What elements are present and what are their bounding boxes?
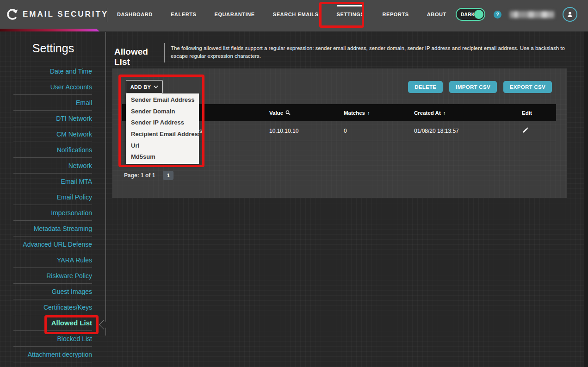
sidebar-item[interactable]: Network (13, 158, 92, 174)
person-icon (566, 11, 574, 18)
add-by-option[interactable]: Md5sum (126, 151, 199, 163)
user-avatar[interactable] (563, 7, 577, 22)
user-name-redacted (510, 11, 554, 18)
page-header-divider (164, 43, 165, 62)
sidebar-item[interactable]: Email (13, 95, 92, 111)
sidebar-item[interactable]: Notifications (13, 142, 92, 158)
sidebar-item[interactable]: Certificates/Keys (13, 299, 92, 315)
sidebar-list: Date and TimeUser AccountsEmailDTI Netwo… (0, 63, 106, 362)
sidebar-item[interactable]: YARA Rules (13, 252, 92, 268)
sidebar-item[interactable]: Guest Images (13, 284, 92, 299)
sidebar-item[interactable]: User Accounts (13, 79, 92, 95)
page-number-button[interactable]: 1 (163, 171, 173, 180)
delete-button[interactable]: DELETE (408, 81, 443, 93)
sidebar-item[interactable]: Email Policy (13, 189, 92, 205)
page-title: Allowed List (114, 43, 159, 67)
page-header: Allowed List The following allowed list … (114, 43, 568, 67)
brand-name: EMAIL SECURITY (23, 10, 108, 19)
window-right-edge (584, 31, 588, 367)
add-by-option[interactable]: Sender Email Address (126, 94, 199, 106)
add-by-option[interactable]: Url (126, 140, 199, 152)
column-header-created-at[interactable]: Created At ↑ (414, 110, 522, 116)
sidebar-item[interactable]: CM Network (13, 126, 92, 142)
brand: EMAIL SECURITY (6, 0, 108, 29)
add-by-option[interactable]: Sender Domain (126, 106, 199, 118)
sidebar-item[interactable]: Metadata Streaming (13, 221, 92, 236)
sidebar-item[interactable]: Allowed List (13, 315, 92, 331)
sidebar-item[interactable]: Blocked List (13, 331, 92, 347)
email-security-logo-icon (6, 8, 19, 20)
add-by-option[interactable]: Recipient Email Address (126, 129, 199, 140)
nav-item[interactable]: EALERTS (171, 12, 197, 17)
sort-asc-icon: ↑ (367, 110, 370, 116)
column-header-edit: Edit (522, 110, 556, 116)
nav-item[interactable]: SETTINGS (337, 12, 365, 17)
cell-value: 10.10.10.10 (269, 128, 344, 134)
sort-asc-icon: ↑ (443, 110, 446, 116)
nav-item[interactable]: SEARCH EMAILS (273, 12, 319, 17)
sidebar-item[interactable]: Attachment decryption (13, 347, 92, 362)
pagination: Page: 1 of 1 1 (124, 171, 173, 180)
sidebar-item[interactable]: Email MTA (13, 174, 92, 189)
page-description: The following allowed list fields suppor… (171, 43, 568, 60)
edit-row-button[interactable] (522, 127, 528, 135)
search-icon (285, 110, 291, 115)
cell-created-at: 01/08/20 18:13:57 (414, 128, 522, 134)
nav-divider (107, 8, 107, 22)
add-by-option[interactable]: Sender IP Address (126, 117, 199, 129)
sidebar-item[interactable]: Date and Time (13, 63, 92, 79)
dark-mode-toggle[interactable]: DARK (456, 8, 485, 21)
sidebar-item[interactable]: DTI Network (13, 111, 92, 126)
sidebar-item[interactable]: Advanced URL Defense (13, 236, 92, 252)
export-csv-button[interactable]: EXPORT CSV (503, 81, 552, 93)
brand-gradient-bar (0, 29, 99, 31)
sidebar-item[interactable]: Impersonation (13, 205, 92, 221)
nav-right: DARK ? (456, 0, 577, 29)
dark-toggle-label: DARK (461, 12, 475, 17)
nav-menu: DASHBOARDEALERTSEQUARANTINESEARCH EMAILS… (117, 0, 446, 29)
toggle-knob (474, 10, 483, 19)
pencil-icon (522, 127, 528, 134)
import-csv-button[interactable]: IMPORT CSV (449, 81, 497, 93)
nav-item[interactable]: REPORTS (382, 12, 409, 17)
cell-matches: 0 (344, 128, 414, 134)
page-count-label: Page: 1 of 1 (124, 172, 155, 179)
nav-item[interactable]: EQUARANTINE (214, 12, 254, 17)
column-header-value[interactable]: Value (269, 110, 344, 116)
nav-item[interactable]: DASHBOARD (117, 12, 153, 17)
panel-actions: DELETE IMPORT CSV EXPORT CSV (408, 81, 552, 93)
settings-sidebar: Settings Date and TimeUser AccountsEmail… (0, 31, 106, 367)
sidebar-title: Settings (0, 42, 106, 55)
sidebar-item[interactable]: Riskware Policy (13, 268, 92, 284)
chevron-down-icon (154, 85, 158, 88)
top-nav: EMAIL SECURITY DASHBOARDEALERTSEQUARANTI… (0, 0, 588, 31)
column-header-matches[interactable]: Matches ↑ (344, 110, 414, 116)
nav-item[interactable]: ABOUT (427, 12, 446, 17)
add-by-dropdown-menu: Sender Email AddressSender DomainSender … (126, 93, 199, 164)
help-icon[interactable]: ? (494, 11, 501, 19)
add-by-button[interactable]: ADD BY (126, 80, 163, 93)
email-security-app: EMAIL SECURITY DASHBOARDEALERTSEQUARANTI… (0, 0, 588, 367)
